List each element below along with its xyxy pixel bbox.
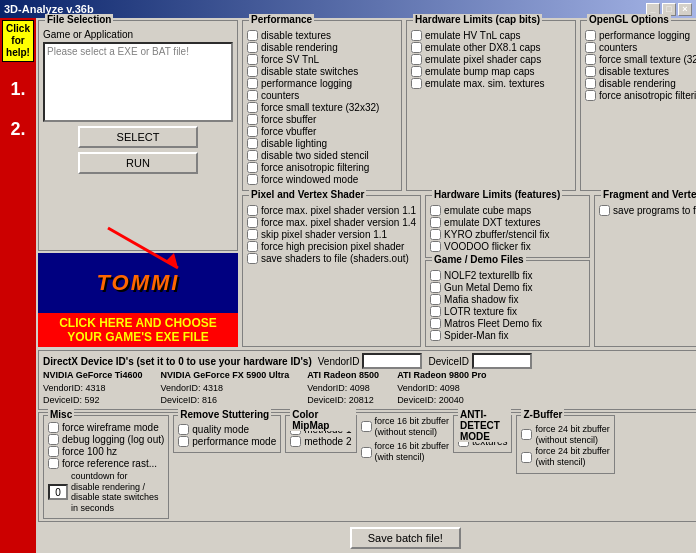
checkbox-hw-feat-items-2[interactable]	[430, 229, 441, 240]
game-logo: TOMMI	[38, 253, 238, 313]
checkbox-hw-feat-items-1[interactable]	[430, 217, 441, 228]
misc-cb-3[interactable]	[48, 458, 59, 469]
checkbox-perf-items-0[interactable]	[247, 30, 258, 41]
list-item: disable two sided stencil	[247, 150, 397, 161]
checkbox-label: KYRO zbuffer/stencil fix	[444, 229, 549, 240]
click-help-button[interactable]: Click for help!	[2, 20, 34, 62]
checkbox-perf-items-3[interactable]	[247, 66, 258, 77]
opengl-panel: OpenGL Options performance loggingcounte…	[580, 20, 696, 191]
list-item: disable textures	[247, 30, 397, 41]
checkbox-perf-items-5[interactable]	[247, 90, 258, 101]
checkbox-perf-items-2[interactable]	[247, 54, 258, 65]
list-item: force max. pixel shader version 1.1	[247, 205, 416, 216]
zbuffer-16-group: force 16 bit zbuffer(without stencil) fo…	[361, 415, 449, 464]
checkbox-hw-caps-items-1[interactable]	[411, 42, 422, 53]
misc-label-3: force reference rast...	[62, 458, 157, 469]
checkbox-stutter-items-1[interactable]	[178, 436, 189, 447]
game-selection-panel: File Selection Game or Application Pleas…	[38, 20, 238, 347]
checkbox-opengl-items-0[interactable]	[585, 30, 596, 41]
misc-row: Misc force wireframe modedebug logging (…	[38, 412, 696, 522]
zbuffer-cb-0[interactable]	[521, 429, 532, 440]
checkbox-pixel-items-0[interactable]	[247, 205, 258, 216]
checkbox-fragment-items-0[interactable]	[599, 205, 610, 216]
list-item: LOTR texture fix	[430, 306, 585, 317]
checkbox-perf-items-1[interactable]	[247, 42, 258, 53]
checkbox-perf-items-8[interactable]	[247, 126, 258, 137]
checkbox-game-demo-items-2[interactable]	[430, 294, 441, 305]
run-button[interactable]: RUN	[78, 152, 198, 174]
checkbox-opengl-items-2[interactable]	[585, 54, 596, 65]
countdown-group: countdown fordisable rendering /disable …	[48, 471, 164, 514]
misc-cb-0[interactable]	[48, 422, 59, 433]
list-item: skip pixel shader version 1.1	[247, 229, 416, 240]
remove-stuttering-title: Remove Stuttering	[178, 409, 271, 420]
checkbox-hw-caps-items-4[interactable]	[411, 78, 422, 89]
zbuffer-cb-1[interactable]	[521, 452, 532, 463]
game-list[interactable]: Please select a EXE or BAT file!	[43, 42, 233, 122]
checkbox-perf-items-6[interactable]	[247, 102, 258, 113]
misc-items: force wireframe modedebug logging (log o…	[48, 422, 164, 469]
list-item: debug logging (log out)	[48, 434, 164, 445]
checkbox-opengl-items-5[interactable]	[585, 90, 596, 101]
countdown-input[interactable]	[48, 484, 68, 500]
left-help-panel: Click for help! 1. 2.	[0, 18, 36, 553]
checkbox-label: save programs to file (shaders.out)	[613, 205, 696, 216]
checkbox-mipmap-items-1[interactable]	[290, 436, 301, 447]
checkbox-label: force max. pixel shader version 1.1	[261, 205, 416, 216]
checkbox-pixel-items-3[interactable]	[247, 241, 258, 252]
list-item: disable textures	[585, 66, 696, 77]
device-ids-title: DirectX Device ID's (set it to 0 to use …	[43, 356, 312, 367]
checkbox-hw-feat-items-0[interactable]	[430, 205, 441, 216]
game-placeholder: Please select a EXE or BAT file!	[45, 44, 231, 59]
checkbox-hw-caps-items-2[interactable]	[411, 54, 422, 65]
click-here-banner[interactable]: CLICK HERE AND CHOOSE YOUR GAME'S EXE FI…	[38, 313, 238, 347]
checkbox-game-demo-items-0[interactable]	[430, 270, 441, 281]
device-id-group: DeviceID	[428, 353, 532, 369]
checkbox-perf-items-9[interactable]	[247, 138, 258, 149]
checkbox-opengl-items-1[interactable]	[585, 42, 596, 53]
checkbox-perf-items-10[interactable]	[247, 150, 258, 161]
checkbox-label: disable lighting	[261, 138, 327, 149]
checkbox-hw-caps-items-0[interactable]	[411, 30, 422, 41]
checkbox-perf-items-4[interactable]	[247, 78, 258, 89]
checkbox-label: disable textures	[261, 30, 331, 41]
checkbox-label: counters	[261, 90, 299, 101]
list-item: performance logging	[585, 30, 696, 41]
checkbox-pixel-items-1[interactable]	[247, 217, 258, 228]
checkbox-hw-caps-items-3[interactable]	[411, 66, 422, 77]
device-id-input[interactable]	[472, 353, 532, 369]
checkbox-opengl-items-3[interactable]	[585, 66, 596, 77]
misc-cb-1[interactable]	[48, 434, 59, 445]
list-item: emulate other DX8.1 caps	[411, 42, 571, 53]
logo-text: TOMMI	[97, 270, 180, 296]
list-item: save shaders to file (shaders.out)	[247, 253, 416, 264]
checkbox-game-demo-items-1[interactable]	[430, 282, 441, 293]
list-item: counters	[247, 90, 397, 101]
zbuffer-16-no-stencil-cb[interactable]	[361, 421, 372, 432]
list-item: force SV TnL	[247, 54, 397, 65]
hw-caps-title: Hardware Limits (cap bits)	[413, 14, 542, 25]
list-item: save programs to file (shaders.out)	[599, 205, 696, 216]
checkbox-hw-feat-items-3[interactable]	[430, 241, 441, 252]
select-button[interactable]: SELECT	[78, 126, 198, 148]
checkbox-label: emulate pixel shader caps	[425, 54, 541, 65]
checkbox-game-demo-items-3[interactable]	[430, 306, 441, 317]
checkbox-pixel-items-2[interactable]	[247, 229, 258, 240]
step2-label: 2.	[10, 110, 25, 150]
game-or-app-label: Game or Application	[43, 29, 233, 40]
checkbox-perf-items-7[interactable]	[247, 114, 258, 125]
checkbox-opengl-items-4[interactable]	[585, 78, 596, 89]
checkbox-game-demo-items-4[interactable]	[430, 318, 441, 329]
list-item: force max. pixel shader version 1.4	[247, 217, 416, 228]
checkbox-stutter-items-0[interactable]	[178, 424, 189, 435]
checkbox-perf-items-11[interactable]	[247, 162, 258, 173]
anti-detect-group: ANTI-DETECT MODE shaderstextures	[453, 415, 513, 453]
checkbox-perf-items-12[interactable]	[247, 174, 258, 185]
vendor-id-input[interactable]	[362, 353, 422, 369]
zbuffer-16-stencil-cb[interactable]	[361, 447, 372, 458]
save-batch-button[interactable]: Save batch file!	[350, 527, 461, 549]
checkbox-pixel-items-4[interactable]	[247, 253, 258, 264]
checkbox-game-demo-items-5[interactable]	[430, 330, 441, 341]
close-button[interactable]: ×	[678, 3, 692, 16]
misc-cb-2[interactable]	[48, 446, 59, 457]
